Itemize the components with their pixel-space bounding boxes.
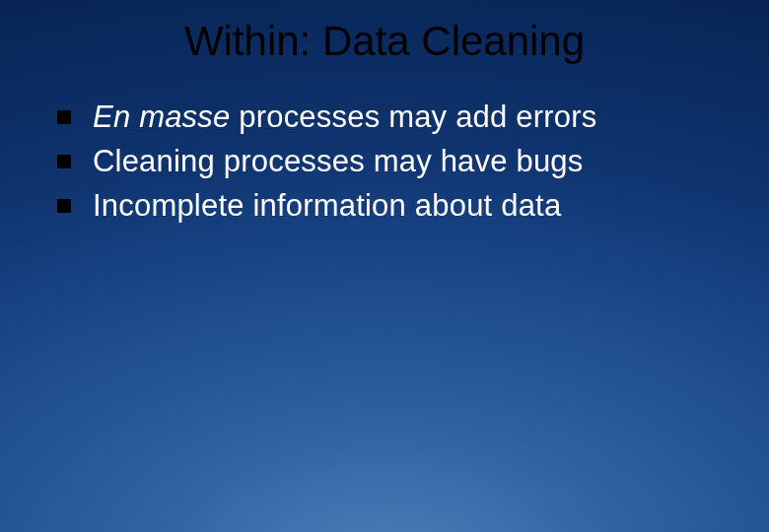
plain-text: Incomplete information about data: [93, 188, 561, 223]
bullet-icon: [57, 199, 71, 213]
italic-text: En masse: [93, 100, 230, 134]
slide-title: Within: Data Cleaning: [0, 18, 769, 65]
bullet-icon: [57, 155, 71, 168]
bullet-text: Incomplete information about data: [93, 187, 561, 226]
list-item: Cleaning processes may have bugs: [57, 143, 769, 181]
bullet-text: Cleaning processes may have bugs: [93, 143, 584, 181]
plain-text: Cleaning processes may have bugs: [93, 144, 584, 178]
bullet-text: En masse processes may add errors: [93, 99, 596, 137]
slide: Within: Data Cleaning En masse processes…: [0, 0, 769, 532]
list-item: En masse processes may add errors: [57, 99, 769, 137]
list-item: Incomplete information about data: [57, 187, 769, 226]
bullet-icon: [57, 110, 71, 124]
bullet-list: En masse processes may add errors Cleani…: [0, 99, 769, 225]
plain-text: processes may add errors: [230, 100, 596, 134]
